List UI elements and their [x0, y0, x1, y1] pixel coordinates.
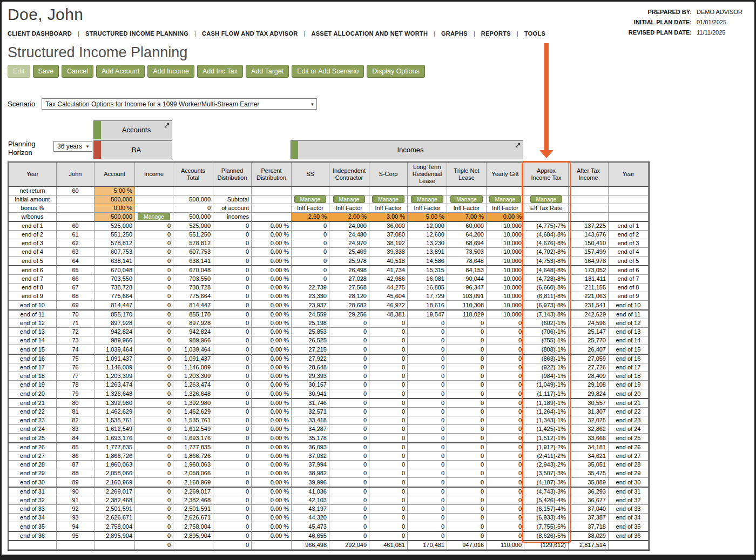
add-inc-tax-button[interactable]: Add Inc Tax [197, 65, 243, 78]
manage-ss-button[interactable]: Manage [294, 195, 327, 203]
cell-percent-distribution: 0.00 % [252, 301, 292, 309]
incomes-group-header: Incomes [291, 140, 523, 159]
cell-income: 0 [135, 408, 173, 416]
cell-ss: 37,994 [292, 461, 329, 469]
net-return-rate-cell[interactable]: 5.00 % [94, 187, 135, 195]
cell-accounts-total: 1,091,437 [173, 354, 213, 363]
cell-ss: 0 [292, 239, 329, 248]
cell-accounts-total: 2,160,969 [173, 478, 213, 487]
cell-percent-distribution: 0.00 % [252, 354, 292, 363]
nav-separator: | [194, 30, 196, 37]
add-income-button[interactable]: Add Income [147, 65, 194, 78]
infl-factor-s-corp-cell[interactable]: 3.00 % [369, 213, 408, 222]
cell-income: 0 [135, 239, 173, 248]
infl-factor-ss-cell[interactable]: 2.60 % [292, 213, 329, 222]
account-ba-header: BA [93, 140, 172, 159]
cell-john: 88 [57, 469, 94, 478]
expand-icon[interactable] [164, 122, 170, 129]
edit-or-add-scenario-button[interactable]: Edit or Add Scenario [292, 65, 364, 78]
cell-independent-contractor: 0 [329, 461, 369, 469]
cell-independent-contractor: 29,256 [329, 309, 369, 319]
planning-table: Year John Account Income Accounts Total … [8, 161, 650, 551]
cell-yearly-gift: 0 [487, 496, 524, 505]
cell-planned-distribution: 0 [213, 478, 252, 487]
cell-year: end of 35 [9, 522, 57, 531]
cell-accounts-total: 607,753 [173, 248, 213, 257]
cell-s-corp: 0 [369, 522, 408, 531]
cell-yearly-gift: 0 [487, 389, 524, 398]
display-options-button[interactable]: Display Options [367, 65, 425, 78]
cell-yearly-gift: 0 [487, 319, 524, 328]
app-window: Doe, John PREPARED BY: DEMO ADVISOR INIT… [0, 0, 756, 560]
initial-amount-cell[interactable]: 500,000 [94, 195, 135, 204]
cell-income: 0 [135, 292, 173, 301]
cell-accounts-total: 1,203,309 [173, 372, 213, 381]
save-button[interactable]: Save [33, 65, 59, 78]
cell-john: 62 [57, 239, 94, 248]
cell-john: 78 [57, 381, 94, 389]
cell-planned-distribution: 0 [213, 496, 252, 505]
cell-income: 0 [135, 231, 173, 239]
infl-factor-long-term-residential-lease-cell[interactable]: 5.00 % [408, 213, 447, 222]
cell-s-corp: 0 [369, 363, 408, 372]
planning-horizon-select[interactable]: 36 years ▼ [53, 141, 92, 152]
cell [252, 213, 292, 222]
bonus-rate-cell[interactable]: 0.00 % [94, 204, 135, 213]
cell-year: end of 25 [9, 434, 57, 442]
cell-triple-net-lease: 78,648 [447, 257, 487, 265]
table-row: end of 463607,7530607,75300.00 %025,4693… [9, 248, 649, 257]
add-account-button[interactable]: Add Account [96, 65, 145, 78]
nav-item-tools[interactable]: TOOLS [524, 30, 545, 37]
cell-long-term-residential-lease: 0 [408, 416, 447, 425]
cell-percent-distribution: 0.00 % [252, 522, 292, 531]
cell-approx-income-tax: (1,425)-1% [524, 425, 569, 434]
cell-accounts-total: 525,000 [173, 222, 213, 231]
infl-factor-yearly-gift-cell[interactable]: 0.00 % [487, 213, 524, 222]
nav-item-reports[interactable]: REPORTS [481, 30, 511, 37]
cell-s-corp: 40,518 [369, 257, 408, 265]
table-row: end of 564638,1410638,14100.00 %025,9784… [9, 257, 649, 265]
table-row: end of 31902,269,01702,269,01700.00 %41,… [9, 487, 649, 496]
manage-triple-net-lease-button[interactable]: Manage [450, 195, 483, 203]
table-row: end of 1473989,9660989,96600.00 %26,5250… [9, 336, 649, 345]
cell-accounts-total: 670,048 [173, 265, 213, 275]
cancel-button[interactable]: Cancel [62, 65, 93, 78]
expand-icon[interactable] [515, 142, 521, 149]
cell-year-right: end of 23 [609, 416, 649, 425]
cell-yearly-gift: 10,000 [487, 222, 524, 231]
nav-item-asset-allocation-and-net-worth[interactable]: ASSET ALLOCATION AND NET WORTH [311, 30, 428, 37]
nav-item-structured-income-planning[interactable]: STRUCTURED INCOME PLANNING [85, 30, 188, 37]
infl-factor-triple-net-lease-cell[interactable]: 7.00 % [447, 213, 487, 222]
nav-item-graphs[interactable]: GRAPHS [441, 30, 468, 37]
table-row: end of 18771,203,30901,203,30900.00 %29,… [9, 372, 649, 381]
cell-year-right: end of 33 [609, 505, 649, 514]
cell-triple-net-lease: 0 [447, 328, 487, 336]
cell-approx-income-tax: (922)-1% [524, 363, 569, 372]
manage-s-corp-button[interactable]: Manage [372, 195, 404, 203]
cell-account: 1,535,761 [94, 416, 135, 425]
infl-factor-independent-contractor-cell[interactable]: 2.00 % [329, 213, 369, 222]
infl-factor-label: Infl Factor [292, 204, 329, 213]
wbonus-amount-cell[interactable]: 500,000 [94, 213, 135, 222]
cell-year: end of 7 [9, 275, 57, 284]
cell-planned-distribution: 0 [213, 372, 252, 381]
cell-year-right: end of 8 [609, 284, 649, 292]
manage-independent-contractor-button[interactable]: Manage [333, 195, 366, 203]
cell-triple-net-lease: 96,347 [447, 284, 487, 292]
manage-long-term-residential-lease-button[interactable]: Manage [411, 195, 443, 203]
cell-percent-distribution: 0.00 % [252, 372, 292, 381]
cell-year-right: end of 35 [609, 522, 649, 531]
cell-year-right: end of 7 [609, 275, 649, 284]
manage-approx-income-tax-button[interactable]: Manage [530, 195, 563, 203]
add-target-button[interactable]: Add Target [246, 65, 289, 78]
cell-planned-distribution: 0 [213, 408, 252, 416]
manage-yearly-gift-button[interactable]: Manage [489, 195, 522, 203]
cell-year: end of 5 [9, 257, 57, 265]
manage-income-button[interactable]: Manage [138, 213, 170, 220]
cell-percent-distribution: 0.00 % [252, 336, 292, 345]
edit-button[interactable]: Edit [8, 65, 30, 78]
table-row: end of 23821,535,76101,535,76100.00 %33,… [9, 416, 649, 425]
scenario-select[interactable]: Tax Calculation Options for Income for a… [42, 98, 317, 110]
nav-item-cash-flow-and-tax-advisor[interactable]: CASH FLOW AND TAX ADVISOR [202, 30, 298, 37]
nav-item-client-dashboard[interactable]: CLIENT DASHBOARD [8, 30, 72, 37]
